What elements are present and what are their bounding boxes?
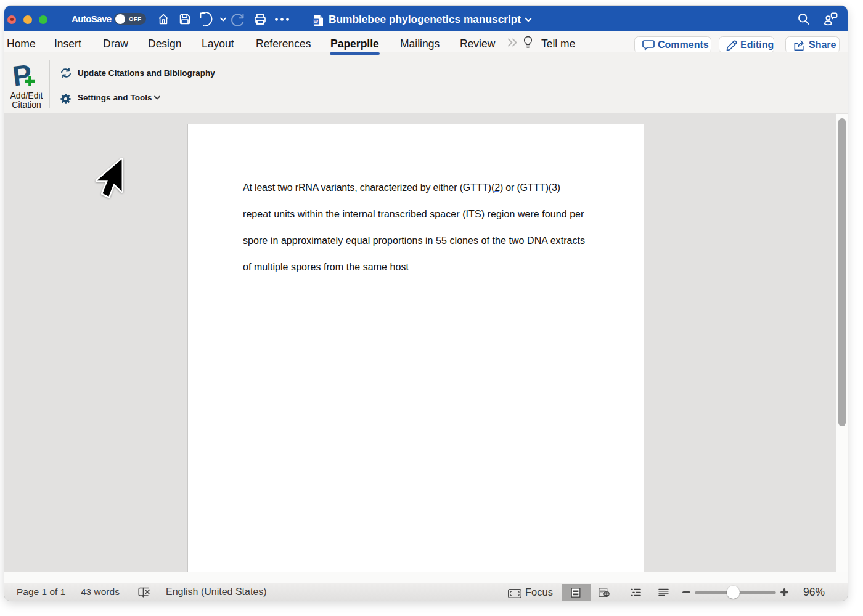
svg-text:W: W <box>314 19 318 25</box>
